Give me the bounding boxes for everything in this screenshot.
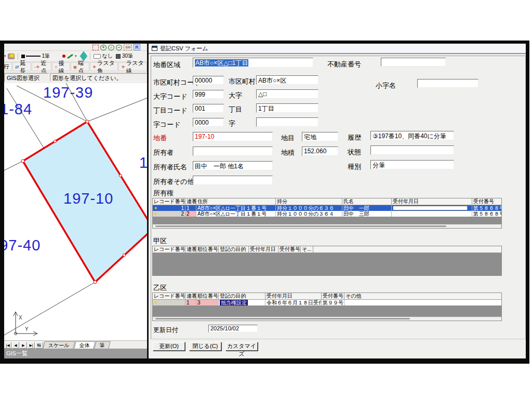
date-edit-cell[interactable] bbox=[393, 206, 468, 210]
shoyusha-sonota-input[interactable] bbox=[193, 176, 273, 185]
field-label: 大字コード bbox=[153, 92, 188, 101]
table-header-row: レコード番号 連番 順位番号 登記の目的 受付年月日 受付番号 その他 bbox=[153, 293, 501, 300]
field-label: 所有者 bbox=[153, 148, 174, 157]
horizontal-scrollbar[interactable] bbox=[153, 224, 501, 228]
purpose-selected-text[interactable]: 抵当権設定 bbox=[220, 300, 248, 305]
table-row[interactable]: ★1 1 AB市○×区△ロ一丁目１番１号 持分１０００分の６３６ 田中 一郎 第… bbox=[153, 205, 501, 211]
gis-snap-toolbar: 行 ⇄延長 -✳近点 ○接線 ◉端点 ✳ラスタ角 ✳ラスタ線 bbox=[4, 62, 147, 73]
horizontal-scrollbar[interactable] bbox=[153, 316, 501, 321]
otsuku-table[interactable]: レコード番号 連番 順位番号 登記の目的 受付年月日 受付番号 その他 ★ 1 … bbox=[152, 292, 502, 321]
gis-window: + ⌕ − 100 R ▾ 1筆 ▾ bbox=[4, 44, 147, 358]
shubetsu-input[interactable]: 分筆 bbox=[370, 160, 454, 169]
snap-tangent-button[interactable]: ○接線 bbox=[52, 62, 70, 71]
chimoku-input[interactable]: 宅地 bbox=[302, 132, 338, 141]
tab-parcel[interactable]: 筆 bbox=[94, 341, 110, 349]
fill-none-icon[interactable] bbox=[94, 54, 101, 59]
field-label: 丁目 bbox=[229, 105, 242, 114]
rireki-input[interactable]: ③197番10、同番40に分筆 bbox=[370, 131, 454, 140]
layer-style-icon[interactable] bbox=[8, 54, 15, 59]
zoom-100-icon[interactable]: 100 bbox=[124, 45, 132, 50]
tangent-icon: ○ bbox=[55, 64, 57, 70]
chome-code-input[interactable]: 001 bbox=[193, 104, 224, 113]
shoyusha-shimei-input[interactable]: 田中 一郎 他1名 bbox=[193, 161, 273, 170]
toolbar-separator bbox=[90, 53, 90, 59]
table-row[interactable]: ★2 2 AB市○×区△ロ一丁目１番１号 持分１０００分の３６４ 田中 三郎 第… bbox=[153, 211, 501, 217]
snap-raster-corner-button[interactable]: ✳ラスタ角 bbox=[90, 62, 118, 71]
window-icon bbox=[152, 46, 157, 51]
fudosan-bango-input[interactable] bbox=[381, 58, 446, 66]
snap-ortho-button[interactable]: 行 bbox=[4, 62, 12, 71]
touki-csv-dialog: 登記CSV フォーム 地番区域 AB市○×区△□1丁目 不動産番号 市区町村コー… bbox=[147, 44, 526, 358]
tab-last-button[interactable]: ▶| bbox=[28, 342, 35, 349]
tab-next-button[interactable]: ▶ bbox=[20, 342, 27, 349]
field-label: 履歴 bbox=[348, 133, 361, 142]
koaza-mei-input[interactable] bbox=[417, 79, 478, 88]
pen-dropdown-icon[interactable]: ▾ bbox=[75, 54, 77, 58]
near-point-icon: -✳ bbox=[34, 64, 40, 70]
chiban-kuiki-input[interactable]: AB市○×区△□1丁目 bbox=[193, 58, 313, 68]
dialog-title-bar[interactable]: 登記CSV フォーム bbox=[149, 44, 526, 54]
scrollbar-thumb[interactable] bbox=[155, 225, 446, 227]
toolbar-separator bbox=[18, 53, 18, 59]
record-marker-icon: ★ bbox=[154, 205, 157, 211]
parcel-label: 197-39 bbox=[43, 84, 93, 101]
field-label: 大字 bbox=[229, 91, 242, 100]
tab-scale[interactable]: スケール bbox=[43, 341, 75, 349]
chiban-input[interactable]: 197-10 bbox=[193, 132, 273, 141]
zoom-region-icon[interactable]: R bbox=[134, 44, 140, 50]
oaza-code-input[interactable]: 999 bbox=[193, 90, 224, 99]
field-label: 所有者氏名 bbox=[153, 163, 187, 172]
shikuchoson-code-input[interactable]: 00000 bbox=[193, 76, 224, 85]
aza-input[interactable] bbox=[256, 117, 318, 127]
chiseki-input[interactable]: 152.060 bbox=[302, 147, 338, 156]
marquee-select-icon[interactable] bbox=[92, 45, 99, 50]
scrollbar-thumb[interactable] bbox=[155, 318, 410, 320]
snap-near-button[interactable]: -✳近点 bbox=[32, 62, 51, 71]
extend-icon: ⇄ bbox=[15, 64, 19, 70]
map-canvas[interactable]: X Y 197-39 1-84 197-10 197-40 1 bbox=[4, 83, 147, 340]
aza-code-input[interactable]: 0000 bbox=[193, 118, 224, 127]
parcel-label: 197-40 bbox=[4, 237, 41, 254]
snap-extend-button[interactable]: ⇄延長 bbox=[12, 62, 31, 71]
zoom-window-icon[interactable]: ⌕ bbox=[108, 45, 114, 50]
snap-endpoint-button[interactable]: ◉端点 bbox=[71, 62, 89, 71]
tab-prev-button[interactable]: ◀ bbox=[12, 342, 19, 349]
table-empty-area bbox=[153, 217, 501, 224]
shoyuken-table[interactable]: レコード番号 連番 住所 持分 氏名 受付年月日 受付番号 ★1 1 AB市○×… bbox=[152, 198, 502, 229]
zoom-out-icon[interactable]: − bbox=[116, 45, 122, 50]
kouku-section-title: 甲区 bbox=[153, 236, 167, 246]
table-row[interactable]: ★ 1 3 抵当権設定 令和６年６月１８日受付 第９９号 bbox=[153, 300, 501, 305]
parcel-label: 1 bbox=[139, 154, 147, 171]
snap-raster-line-button[interactable]: ✳ラスタ線 bbox=[118, 62, 147, 71]
otsuku-section-title: 乙区 bbox=[153, 283, 167, 292]
update-button[interactable]: 更新(O) bbox=[153, 342, 185, 351]
zoom-in-icon[interactable]: + bbox=[100, 45, 107, 50]
table-header-row: レコード番号 連番 順位番号 登記の目的 受付年月日 受付番号 そ... bbox=[153, 246, 501, 253]
field-label: 市区町村 bbox=[229, 77, 256, 86]
field-label: 所有者その他 bbox=[153, 177, 194, 187]
pen-icon[interactable] bbox=[67, 54, 73, 58]
table-empty-area bbox=[153, 305, 501, 316]
customize-button[interactable]: カスタマイズ bbox=[225, 342, 258, 351]
koshin-hizuke-input[interactable]: 2025/10/02 bbox=[208, 325, 258, 332]
close-button[interactable]: 閉じる(C) bbox=[189, 342, 221, 351]
oaza-input[interactable]: △□ bbox=[256, 89, 318, 99]
shikuchoson-input[interactable]: AB市○×区 bbox=[256, 75, 318, 85]
point-style-icon[interactable] bbox=[62, 55, 65, 58]
chome-input[interactable]: 1丁目 bbox=[256, 103, 318, 113]
field-label: 不動産番号 bbox=[327, 60, 361, 69]
line-style-icon[interactable] bbox=[21, 55, 41, 58]
shoyusha-input[interactable] bbox=[193, 147, 273, 156]
jotai-input[interactable] bbox=[370, 145, 454, 155]
gis-list-statusbar: GIS一覧 bbox=[4, 349, 147, 358]
tab-first-button[interactable]: |◀ bbox=[4, 342, 11, 349]
dropdown-arrow-icon[interactable]: ▾ bbox=[4, 54, 6, 58]
axis-x-label: X bbox=[19, 315, 22, 321]
field-label: 小字名 bbox=[376, 81, 396, 90]
screenshot-root: + ⌕ − 100 R ▾ 1筆 ▾ bbox=[0, 0, 532, 399]
kouku-table[interactable]: レコード番号 連番 順位番号 登記の目的 受付年月日 受付番号 そ... bbox=[152, 246, 502, 276]
tab-width-button[interactable]: 幅 bbox=[35, 342, 43, 349]
fill-solid-icon[interactable] bbox=[116, 54, 121, 59]
axis-y-label: Y bbox=[25, 326, 29, 332]
tab-whole[interactable]: 全体 bbox=[74, 341, 95, 349]
